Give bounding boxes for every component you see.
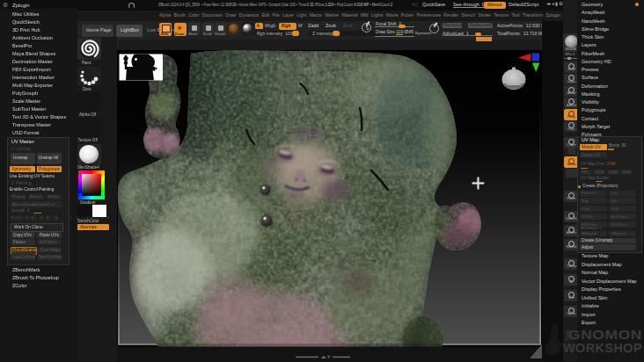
svg-text:WORKSHOP: WORKSHOP (563, 340, 642, 355)
